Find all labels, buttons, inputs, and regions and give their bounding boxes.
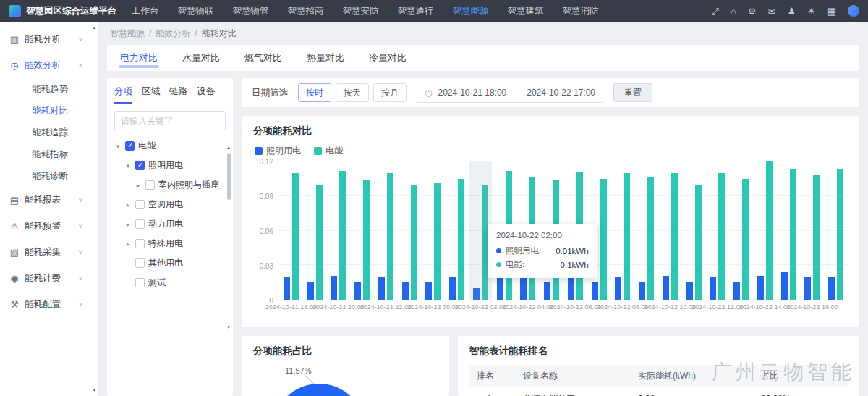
bar-group[interactable] xyxy=(374,161,398,300)
bar-group[interactable] xyxy=(824,161,848,300)
checkbox[interactable] xyxy=(135,258,145,268)
tab-item[interactable]: 燃气对比 xyxy=(244,45,282,71)
breadcrumb-item[interactable]: 智慧能源 xyxy=(110,28,145,40)
checkbox[interactable] xyxy=(135,278,145,287)
brightness-icon[interactable]: ☀ xyxy=(807,7,816,16)
sidebar-subitem[interactable]: 能耗追踪 xyxy=(0,122,90,143)
bar-group[interactable] xyxy=(753,161,777,300)
sidebar-subitem[interactable]: 能耗趋势 xyxy=(0,78,90,100)
bar-group[interactable] xyxy=(777,161,801,300)
caret-right-icon[interactable]: ▸ xyxy=(124,221,132,228)
caret-down-icon[interactable]: ▾ xyxy=(124,162,132,169)
scrollbar-thumb[interactable] xyxy=(227,153,231,200)
caret-right-icon[interactable]: ▸ xyxy=(124,201,132,208)
sidebar-item[interactable]: ▤能耗报表∨ xyxy=(0,187,90,213)
user-avatar[interactable] xyxy=(848,5,859,17)
bar-group[interactable] xyxy=(658,161,682,300)
tab-item[interactable]: 水量对比 xyxy=(182,45,220,71)
home-icon[interactable]: ⌂ xyxy=(731,7,736,16)
tree-node[interactable]: ▸特殊用电 xyxy=(114,234,226,253)
nav-item[interactable]: 智慧物联 xyxy=(169,0,224,22)
caret-down-icon[interactable]: ▾ xyxy=(114,143,122,150)
search-input[interactable] xyxy=(114,111,226,130)
sidebar-item[interactable]: ◷能效分析∧ xyxy=(0,52,90,78)
scroll-up-icon[interactable]: ▴ xyxy=(93,25,96,30)
bar-group[interactable] xyxy=(398,161,422,300)
bar-group[interactable] xyxy=(327,161,351,300)
legend-item[interactable]: 照明用电 xyxy=(255,145,301,157)
apps-icon[interactable]: ▦ xyxy=(827,7,836,16)
sidebar-item[interactable]: ▥能耗分析∨ xyxy=(0,26,90,52)
granularity-button[interactable]: 按天 xyxy=(336,83,369,102)
filter-tab[interactable]: 分项 xyxy=(114,85,132,104)
checkbox[interactable] xyxy=(145,180,155,190)
range-start[interactable]: 2024-10-21 18:00 xyxy=(438,88,506,98)
nav-item[interactable]: 智慧安防 xyxy=(333,0,388,22)
granularity-button[interactable]: 按月 xyxy=(373,83,407,102)
sidebar-subitem[interactable]: 能耗诊断 xyxy=(0,165,90,187)
nav-item[interactable]: 智慧建筑 xyxy=(498,0,553,22)
legend-item[interactable]: 电能 xyxy=(314,145,343,157)
bar-group[interactable] xyxy=(801,161,825,300)
sidebar-subitem[interactable]: 能耗对比 xyxy=(0,100,90,122)
pie-chart[interactable] xyxy=(272,384,366,396)
mail-icon[interactable]: ✉ xyxy=(767,7,775,16)
breadcrumb-item[interactable]: 能效分析 xyxy=(156,28,190,40)
bar-group[interactable] xyxy=(422,161,446,300)
tree-node[interactable]: 其他用电 xyxy=(114,253,226,273)
date-range-picker[interactable]: ◷ 2024-10-21 18:00 - 2024-10-22 17:00 xyxy=(417,83,603,103)
bar-group[interactable] xyxy=(706,161,730,300)
caret-right-icon[interactable]: ▸ xyxy=(124,240,132,248)
tree-node[interactable]: ▾电能 xyxy=(114,136,226,156)
sidebar-item[interactable]: ▨能耗采集∨ xyxy=(0,239,90,265)
x-tick-label: 2024-10-21 20:00 xyxy=(312,303,364,311)
filter-tab[interactable]: 设备 xyxy=(197,85,215,104)
nav-item[interactable]: 智慧通行 xyxy=(388,0,443,22)
filter-tab[interactable]: 链路 xyxy=(169,85,187,104)
bar-group[interactable] xyxy=(445,161,469,300)
reset-button[interactable]: 重置 xyxy=(613,83,652,102)
checkbox[interactable] xyxy=(135,239,145,248)
bar-group[interactable] xyxy=(303,161,327,300)
checkbox[interactable] xyxy=(135,161,145,170)
scroll-down-icon[interactable]: ▾ xyxy=(93,387,96,393)
bar-group[interactable] xyxy=(279,161,303,300)
nav-item[interactable]: 工作台 xyxy=(122,0,169,22)
user-icon[interactable]: ♟ xyxy=(787,7,796,16)
sidebar-scrollbar[interactable]: ▴ ▾ xyxy=(90,22,98,396)
sidebar-item[interactable]: ◉能耗计费∨ xyxy=(0,265,90,291)
granularity-button[interactable]: 按时 xyxy=(298,83,331,102)
tree-node[interactable]: ▸动力用电 xyxy=(114,214,226,234)
tree-scrollbar[interactable]: ▴ ▾ xyxy=(226,145,231,330)
caret-right-icon[interactable]: ▸ xyxy=(135,182,142,189)
sidebar-item[interactable]: ⚠能耗预警∨ xyxy=(0,213,90,239)
table-row[interactable]: 1单项电能总表2.0686.92% xyxy=(469,387,848,396)
bar-group[interactable] xyxy=(634,161,658,300)
tree-node[interactable]: 测试 xyxy=(114,273,226,292)
tab-item[interactable]: 冷量对比 xyxy=(369,45,407,71)
fullscreen-icon[interactable]: ⤢ xyxy=(712,7,719,16)
tree-node[interactable]: ▸空调用电 xyxy=(114,195,226,214)
bar-group[interactable] xyxy=(611,161,635,300)
bar-group[interactable] xyxy=(350,161,374,300)
nav-item[interactable]: 智慧能源 xyxy=(443,0,498,22)
checkbox[interactable] xyxy=(135,219,145,229)
checkbox[interactable] xyxy=(125,141,135,151)
filter-tab[interactable]: 区域 xyxy=(142,85,160,104)
nav-item[interactable]: 智慧招商 xyxy=(278,0,333,22)
settings-icon[interactable]: ⚙ xyxy=(748,7,757,16)
tab-item[interactable]: 热量对比 xyxy=(307,45,344,71)
sidebar-item[interactable]: ⚒能耗配置∨ xyxy=(0,291,90,317)
scroll-up-icon[interactable]: ▴ xyxy=(227,145,230,151)
tree-node[interactable]: ▸室内照明与插座 xyxy=(114,175,226,195)
checkbox[interactable] xyxy=(135,200,145,209)
range-end[interactable]: 2024-10-22 17:00 xyxy=(527,88,595,98)
sidebar-subitem[interactable]: 能耗指标 xyxy=(0,143,90,165)
bar-group[interactable] xyxy=(729,161,753,300)
nav-item[interactable]: 智慧消防 xyxy=(553,0,608,22)
tab-active[interactable]: 电力对比 xyxy=(120,45,158,71)
bar-group[interactable] xyxy=(682,161,706,300)
scroll-down-icon[interactable]: ▾ xyxy=(227,324,230,330)
tree-node[interactable]: ▾照明用电 xyxy=(114,156,226,175)
nav-item[interactable]: 智慧物管 xyxy=(224,0,278,22)
